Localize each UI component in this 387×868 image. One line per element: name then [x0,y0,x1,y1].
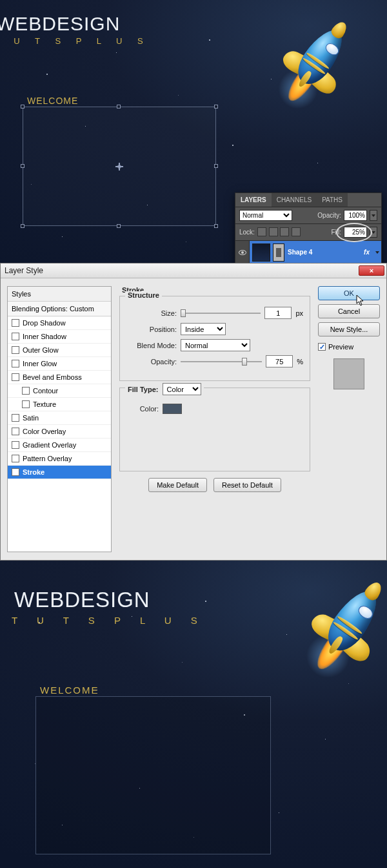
dialog-action-column: OK Cancel New Style... Preview [318,286,380,552]
rocket-illustration [291,23,351,90]
style-inner-shadow[interactable]: Inner Shadow [8,330,111,344]
handle-e[interactable] [214,164,218,168]
logo-subtitle: T U T S P L U S [12,615,206,626]
checkbox-bevel-emboss[interactable] [12,373,19,381]
checkbox-contour[interactable] [22,387,30,395]
structure-group: Structure Size: px Position: Inside Blen… [119,296,310,381]
blending-options-header[interactable]: Blending Options: Custom [8,302,111,316]
lock-all-icon[interactable] [292,227,301,236]
style-satin[interactable]: Satin [8,411,111,425]
opacity-unit: % [297,358,303,366]
filltype-label: Fill Type: [128,386,158,393]
opacity-flyout[interactable] [370,210,377,221]
stroke-color-swatch[interactable] [163,404,182,414]
new-style-button[interactable]: New Style... [318,322,380,336]
rocket-illustration [320,583,386,658]
canvas-bottom: WEBDESIGN T U T S P L U S WELCOME [0,561,387,868]
opacity-slider[interactable] [181,357,262,366]
position-select[interactable]: Inside [181,323,226,335]
preview-label: Preview [328,343,353,351]
blendmode-select[interactable]: Normal [181,339,250,351]
fill-flyout[interactable] [370,227,377,238]
position-label: Position: [126,326,177,333]
checkbox-outer-glow[interactable] [12,346,19,354]
fill-field[interactable] [344,227,367,238]
opacity-field[interactable] [344,210,367,221]
style-contour[interactable]: Contour [8,384,111,398]
styles-list: Styles Blending Options: Custom Drop Sha… [7,286,112,552]
eye-icon [239,250,246,255]
stroke-opacity-input[interactable] [266,355,293,367]
structure-legend: Structure [125,291,162,299]
checkbox-inner-glow[interactable] [12,360,19,367]
logo-subtitle: T U T S P L U S [0,36,150,46]
content-box [35,696,271,854]
fx-badge[interactable]: fx [364,249,370,256]
style-texture[interactable]: Texture [8,398,111,411]
style-drop-shadow[interactable]: Drop Shadow [8,316,111,330]
fill-label: Fill: [331,229,341,236]
checkbox-gradient-overlay[interactable] [12,441,19,449]
stroke-settings: Stroke Structure Size: px Position: Insi… [119,286,310,552]
tab-channels[interactable]: CHANNELS [272,193,317,207]
preview-swatch [333,358,364,389]
close-button[interactable]: × [359,265,384,276]
lock-position-icon[interactable] [280,227,289,236]
layer-style-dialog: Layer Style × Styles Blending Options: C… [0,263,387,561]
layer-row-shape4[interactable]: Shape 4 fx [235,240,381,263]
handle-ne[interactable] [214,105,218,108]
opacity-label: Opacity: [317,212,341,219]
layer-thumbnail[interactable] [252,243,270,262]
stroke-opacity-label: Opacity: [126,358,177,366]
make-default-button[interactable]: Make Default [148,478,207,492]
reset-default-button[interactable]: Reset to Default [213,478,281,492]
checkbox-inner-shadow[interactable] [12,333,19,340]
ok-button[interactable]: OK [318,286,380,300]
checkbox-texture[interactable] [22,400,30,408]
welcome-label: WELCOME [27,96,78,106]
handle-nw[interactable] [21,105,25,108]
size-slider[interactable] [181,309,261,318]
layers-panel: LAYERS CHANNELS PATHS Normal Opacity: Lo… [235,192,382,263]
handle-se[interactable] [214,224,218,228]
style-color-overlay[interactable]: Color Overlay [8,425,111,439]
checkbox-color-overlay[interactable] [12,428,19,435]
filltype-select[interactable]: Color [163,383,201,395]
handle-w[interactable] [21,164,25,168]
handle-sw[interactable] [21,224,25,228]
lock-pixels-icon[interactable] [269,227,278,236]
style-outer-glow[interactable]: Outer Glow [8,344,111,357]
checkbox-satin[interactable] [12,414,19,422]
visibility-toggle[interactable] [235,241,250,264]
dialog-title: Layer Style [5,266,43,275]
logo-title: WEBDESIGN [0,13,120,35]
transform-selection[interactable] [23,107,216,226]
styles-header[interactable]: Styles [8,287,111,302]
close-icon: × [370,267,373,274]
vector-mask-thumbnail[interactable] [273,243,284,262]
style-bevel-emboss[interactable]: Bevel and Emboss [8,371,111,384]
size-input[interactable] [264,307,292,319]
size-label: Size: [126,309,177,317]
dialog-titlebar[interactable]: Layer Style × [1,264,386,278]
style-stroke[interactable]: Stroke [8,466,111,479]
tab-paths[interactable]: PATHS [317,193,348,207]
checkbox-drop-shadow[interactable] [12,319,19,327]
lock-label: Lock: [239,229,255,236]
transform-pivot[interactable] [115,163,123,170]
style-inner-glow[interactable]: Inner Glow [8,357,111,371]
blend-mode-select[interactable]: Normal [239,210,292,221]
checkbox-pattern-overlay[interactable] [12,455,19,462]
handle-s[interactable] [117,224,121,228]
checkbox-stroke[interactable] [12,468,19,476]
style-pattern-overlay[interactable]: Pattern Overlay [8,452,111,466]
fx-expand-icon[interactable] [373,247,381,258]
style-gradient-overlay[interactable]: Gradient Overlay [8,439,111,452]
tab-layers[interactable]: LAYERS [235,193,272,207]
canvas-top: WEBDESIGN T U T S P L U S WELCOME LAYERS… [0,0,387,263]
handle-n[interactable] [117,105,121,108]
preview-checkbox[interactable] [318,343,326,351]
logo-title: WEBDESIGN [14,588,150,612]
lock-transparency-icon[interactable] [257,227,266,236]
cancel-button[interactable]: Cancel [318,304,380,318]
